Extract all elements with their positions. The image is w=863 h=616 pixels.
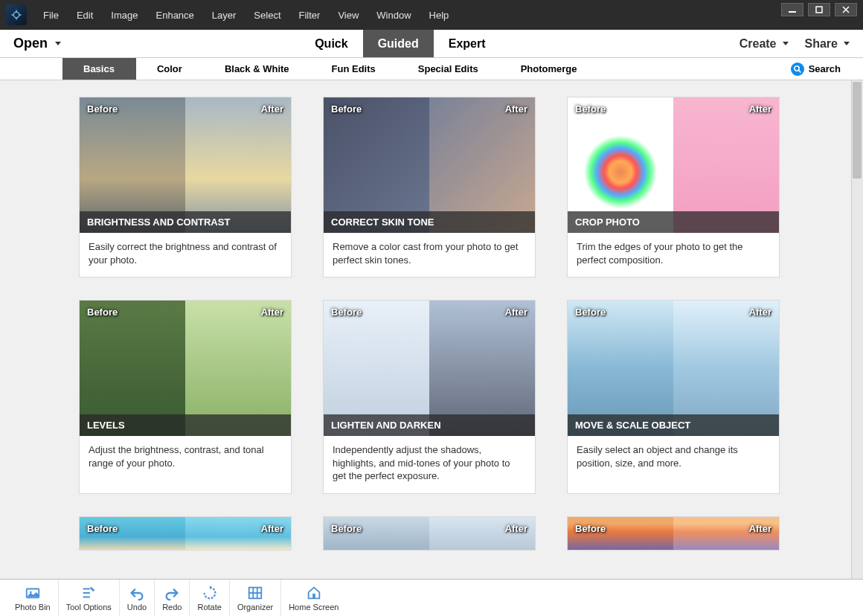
card-grid: BeforeAfterBRIGHTNESS AND CONTRASTEasily… [0, 80, 863, 567]
cat-bw[interactable]: Black & White [204, 58, 311, 80]
maximize-button[interactable] [808, 3, 830, 16]
svg-line-4 [798, 70, 801, 72]
bottom-toolbar: Photo Bin Tool Options Undo Redo Rotate … [0, 579, 863, 616]
after-label: After [261, 523, 283, 534]
search-button[interactable]: Search [791, 58, 863, 80]
guided-card[interactable]: BeforeAfterLEVELSAdjust the brightness, … [79, 300, 292, 494]
minimize-button[interactable] [781, 3, 803, 16]
card-description: Remove a color cast from your photo to g… [324, 233, 535, 277]
after-label: After [261, 103, 283, 115]
guided-card[interactable]: BeforeAfterMOVE & SCALE OBJECTEasily sel… [567, 300, 780, 494]
menu-image[interactable]: Image [102, 0, 147, 30]
before-label: Before [331, 523, 362, 534]
card-thumbnail: BeforeAfterMOVE & SCALE OBJECT [568, 301, 779, 436]
menu-layer[interactable]: Layer [203, 0, 246, 30]
chevron-down-icon [844, 42, 850, 45]
before-label: Before [87, 523, 118, 534]
card-thumbnail: BeforeAfter [568, 517, 779, 550]
menu-window[interactable]: Window [368, 0, 420, 30]
card-description: Trim the edges of your photo to get the … [568, 233, 779, 277]
menu-select[interactable]: Select [245, 0, 289, 30]
card-title: CORRECT SKIN TONE [324, 211, 535, 233]
right-actions: Create Share [740, 37, 850, 51]
tool-redo[interactable]: Redo [155, 580, 190, 616]
cat-color[interactable]: Color [136, 58, 204, 80]
scrollbar-thumb[interactable] [853, 82, 862, 179]
card-description: Adjust the brightness, contrast, and ton… [80, 436, 291, 480]
menu-filter[interactable]: Filter [290, 0, 330, 30]
guided-card[interactable]: BeforeAfter [567, 516, 780, 551]
after-label: After [749, 523, 771, 534]
cat-basics[interactable]: Basics [62, 58, 136, 80]
search-icon [791, 62, 804, 76]
tool-home[interactable]: Home Screen [281, 580, 346, 616]
window-controls [781, 3, 857, 16]
menu-view[interactable]: View [329, 0, 368, 30]
mode-bar: Open Quick Guided Expert Create Share [0, 30, 863, 58]
scrollbar[interactable] [851, 80, 863, 579]
search-label: Search [809, 63, 841, 74]
card-title: LEVELS [80, 414, 291, 436]
card-thumbnail: BeforeAfterCROP PHOTO [568, 97, 779, 233]
card-title: CROP PHOTO [568, 211, 779, 233]
titlebar: File Edit Image Enhance Layer Select Fil… [0, 0, 863, 30]
after-label: After [749, 307, 771, 318]
tool-organizer[interactable]: Organizer [230, 580, 281, 616]
guided-card[interactable]: BeforeAfterBRIGHTNESS AND CONTRASTEasily… [79, 97, 292, 277]
tool-photo-bin[interactable]: Photo Bin [7, 580, 59, 616]
before-label: Before [331, 307, 362, 318]
card-thumbnail: BeforeAfterLEVELS [80, 301, 291, 436]
menu-edit[interactable]: Edit [68, 0, 102, 30]
guided-card[interactable]: BeforeAfter [323, 516, 536, 551]
card-title: LIGHTEN AND DARKEN [324, 414, 535, 436]
app-logo-icon [6, 4, 27, 25]
card-title: BRIGHTNESS AND CONTRAST [80, 211, 291, 233]
open-label: Open [13, 36, 48, 51]
card-description: Easily select an object and change its p… [568, 436, 779, 480]
tool-undo[interactable]: Undo [120, 580, 155, 616]
svg-point-0 [13, 12, 19, 18]
menu-bar: File Edit Image Enhance Layer Select Fil… [34, 0, 458, 30]
cat-photomerge[interactable]: Photomerge [500, 58, 599, 80]
tool-rotate[interactable]: Rotate [190, 580, 229, 616]
create-button[interactable]: Create [740, 37, 789, 51]
guided-card[interactable]: BeforeAfterCORRECT SKIN TONERemove a col… [323, 97, 536, 277]
guided-card[interactable]: BeforeAfter [79, 516, 292, 551]
tab-guided[interactable]: Guided [363, 30, 434, 57]
before-label: Before [87, 103, 118, 115]
cat-fun[interactable]: Fun Edits [311, 58, 397, 80]
close-button[interactable] [835, 3, 857, 16]
svg-rect-11 [312, 593, 315, 597]
svg-rect-1 [789, 11, 796, 13]
guided-card[interactable]: BeforeAfterCROP PHOTOTrim the edges of y… [567, 97, 780, 277]
cat-special[interactable]: Special Edits [397, 58, 500, 80]
menu-enhance[interactable]: Enhance [147, 0, 203, 30]
share-button[interactable]: Share [805, 37, 850, 51]
card-description: Easily correct the brightness and contra… [80, 233, 291, 277]
card-thumbnail: BeforeAfterLIGHTEN AND DARKEN [324, 301, 535, 436]
after-label: After [505, 307, 527, 318]
card-thumbnail: BeforeAfterBRIGHTNESS AND CONTRAST [80, 97, 291, 233]
after-label: After [261, 307, 283, 318]
mode-tabs: Quick Guided Expert [300, 30, 500, 57]
chevron-down-icon [783, 42, 789, 45]
before-label: Before [575, 103, 606, 115]
menu-file[interactable]: File [34, 0, 68, 30]
svg-rect-2 [816, 7, 822, 13]
after-label: After [505, 523, 527, 534]
card-description: Independently adjust the shadows, highli… [324, 436, 535, 493]
menu-help[interactable]: Help [420, 0, 458, 30]
content-area: BeforeAfterBRIGHTNESS AND CONTRASTEasily… [0, 80, 863, 579]
before-label: Before [331, 103, 362, 115]
before-label: Before [87, 307, 118, 318]
tab-quick[interactable]: Quick [300, 30, 362, 57]
before-label: Before [575, 307, 606, 318]
card-thumbnail: BeforeAfter [324, 517, 535, 550]
open-button[interactable]: Open [13, 36, 61, 51]
tab-expert[interactable]: Expert [434, 30, 501, 57]
tool-options[interactable]: Tool Options [59, 580, 120, 616]
card-title: MOVE & SCALE OBJECT [568, 414, 779, 436]
guided-card[interactable]: BeforeAfterLIGHTEN AND DARKENIndependent… [323, 300, 536, 494]
card-thumbnail: BeforeAfter [80, 517, 291, 550]
svg-point-3 [794, 65, 798, 70]
